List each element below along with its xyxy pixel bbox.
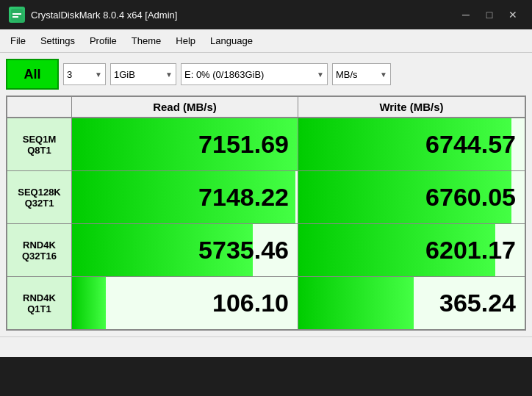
- app-title: CrystalDiskMark 8.0.4 x64 [Admin]: [31, 10, 177, 21]
- row-3-read: 106.10: [72, 276, 298, 329]
- drive-value: E: 0% (0/1863GiB): [184, 69, 264, 80]
- bench-rows: SEQ1M Q8T1 7151.69 6744.57 SEQ128K Q32T1…: [7, 118, 525, 330]
- row-2-label-top: RND4K: [23, 240, 56, 251]
- all-button[interactable]: All: [6, 59, 59, 90]
- runs-arrow: ▼: [95, 71, 102, 79]
- row-0-label-bot: Q8T1: [27, 145, 51, 156]
- row-2-label-bot: Q32T16: [22, 251, 57, 262]
- svg-rect-2: [12, 16, 18, 18]
- bench-table: Read (MB/s) Write (MB/s) SEQ1M Q8T1 7151…: [6, 96, 526, 331]
- row-2-read-value: 5735.46: [198, 236, 289, 264]
- row-0-label-top: SEQ1M: [23, 134, 57, 145]
- row-1-label-bot: Q32T1: [25, 198, 54, 209]
- header-write: Write (MB/s): [298, 97, 525, 117]
- footer: [0, 336, 532, 357]
- runs-dropdown[interactable]: 3 ▼: [63, 63, 106, 85]
- row-2-write-value: 6201.17: [425, 236, 516, 264]
- row-2-write: 6201.17: [298, 223, 525, 276]
- main-content: All 3 ▼ 1GiB ▼ E: 0% (0/1863GiB) ▼ MB/s …: [0, 53, 532, 336]
- size-arrow: ▼: [165, 71, 173, 79]
- header-label: [7, 97, 72, 117]
- row-1-read-value: 7148.22: [198, 183, 289, 212]
- row-3-label: RND4K Q1T1: [7, 276, 72, 329]
- menu-language[interactable]: Language: [203, 32, 260, 49]
- drive-dropdown[interactable]: E: 0% (0/1863GiB) ▼: [181, 63, 328, 85]
- row-1-write: 6760.05: [298, 170, 525, 223]
- controls-row: All 3 ▼ 1GiB ▼ E: 0% (0/1863GiB) ▼ MB/s …: [6, 59, 526, 90]
- title-bar-left: CrystalDiskMark 8.0.4 x64 [Admin]: [9, 7, 177, 23]
- title-bar-controls: ─ □ ✕: [456, 7, 523, 23]
- row-3-write-bar: [298, 277, 414, 329]
- row-0-label: SEQ1M Q8T1: [7, 118, 72, 170]
- title-bar: CrystalDiskMark 8.0.4 x64 [Admin] ─ □ ✕: [0, 0, 532, 29]
- row-2-read: 5735.46: [72, 223, 298, 276]
- drive-arrow: ▼: [317, 71, 324, 79]
- row-1-write-value: 6760.05: [425, 183, 516, 212]
- minimize-button[interactable]: ─: [456, 7, 476, 23]
- unit-value: MB/s: [336, 69, 358, 80]
- row-3-label-top: RND4K: [23, 292, 56, 303]
- close-button[interactable]: ✕: [503, 7, 523, 23]
- svg-rect-1: [12, 13, 21, 15]
- header-read: Read (MB/s): [72, 97, 298, 117]
- row-2-label: RND4K Q32T16: [7, 223, 72, 276]
- menu-help[interactable]: Help: [168, 32, 203, 49]
- row-0-write-value: 6744.57: [425, 130, 516, 159]
- app-icon: [9, 7, 25, 23]
- maximize-button[interactable]: □: [479, 7, 500, 23]
- row-0-write: 6744.57: [298, 118, 525, 170]
- row-0-read: 7151.69: [72, 118, 298, 170]
- row-3-label-bot: Q1T1: [27, 303, 51, 314]
- unit-arrow: ▼: [380, 71, 387, 79]
- menu-bar: File Settings Profile Theme Help Languag…: [0, 29, 532, 53]
- runs-value: 3: [67, 69, 72, 80]
- row-1-label: SEQ128K Q32T1: [7, 170, 72, 223]
- menu-settings[interactable]: Settings: [33, 32, 82, 49]
- menu-theme[interactable]: Theme: [124, 32, 168, 49]
- size-dropdown[interactable]: 1GiB ▼: [110, 63, 176, 85]
- size-value: 1GiB: [114, 69, 135, 80]
- row-0-read-value: 7151.69: [198, 130, 289, 159]
- menu-profile[interactable]: Profile: [82, 32, 124, 49]
- bench-table-header: Read (MB/s) Write (MB/s): [7, 96, 525, 118]
- menu-file[interactable]: File: [3, 32, 33, 49]
- row-3-write: 365.24: [298, 276, 525, 329]
- row-1-label-top: SEQ128K: [18, 187, 61, 198]
- unit-dropdown[interactable]: MB/s ▼: [332, 63, 391, 85]
- row-3-write-value: 365.24: [439, 289, 516, 317]
- row-3-read-value: 106.10: [212, 289, 289, 317]
- row-3-read-bar: [72, 277, 106, 329]
- row-1-read: 7148.22: [72, 170, 298, 223]
